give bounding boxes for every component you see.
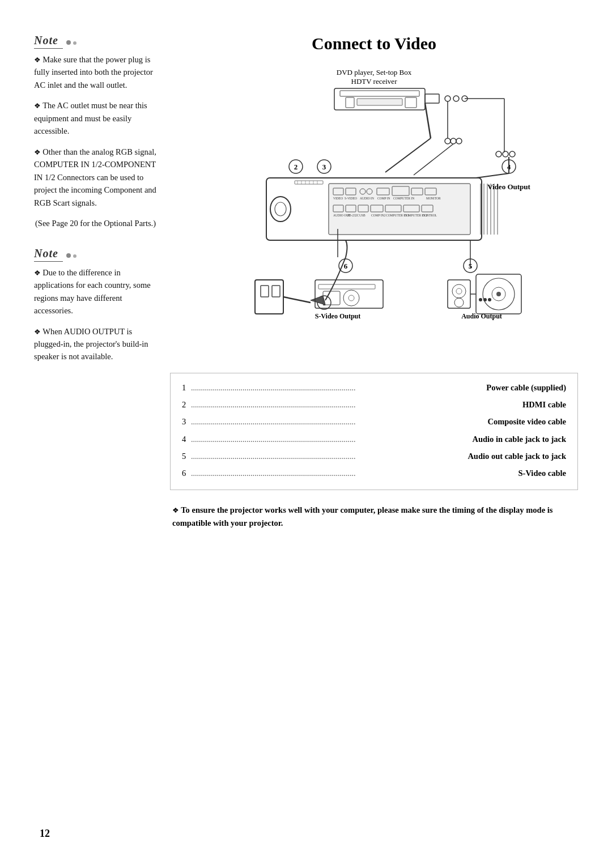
diagram-area: DVD player, Set-top Box HDTV receiver xyxy=(170,65,578,361)
cable-row-1: 1 ......................................… xyxy=(182,380,566,395)
cable-name-4: Audio in cable jack to jack xyxy=(470,432,566,446)
svg-point-75 xyxy=(445,138,450,144)
cable-dots-6: ........................................… xyxy=(191,466,516,480)
cable-num-5: 5 xyxy=(182,449,191,463)
note-box-1: Note Make sure that the power plug is fu… xyxy=(34,34,159,230)
cable-name-6: S-Video cable xyxy=(516,466,566,480)
cable-num-4: 4 xyxy=(182,432,191,446)
cable-num-2: 2 xyxy=(182,397,191,412)
svg-point-100 xyxy=(483,298,487,301)
svg-line-78 xyxy=(414,144,453,175)
svg-line-104 xyxy=(476,173,509,178)
cable-name-2: HDMI cable xyxy=(520,397,566,412)
svg-rect-3 xyxy=(357,99,402,105)
svg-rect-86 xyxy=(318,284,375,289)
svg-rect-2 xyxy=(346,97,354,108)
note-label-2: Note xyxy=(34,247,159,262)
svg-point-98 xyxy=(496,292,501,296)
bottom-note: To ensure the projector works well with … xyxy=(170,504,578,530)
cable-row-5: 5 ......................................… xyxy=(182,449,566,463)
cable-dots-2: ........................................… xyxy=(191,398,520,412)
svg-rect-48 xyxy=(478,181,482,237)
svg-point-89 xyxy=(348,295,354,301)
note-item-2: The AC outlet must be near this equipmen… xyxy=(34,99,159,137)
note-item-5: When AUDIO OUTPUT is plugged-in, the pro… xyxy=(34,325,159,363)
svg-rect-70 xyxy=(272,286,280,297)
svg-rect-69 xyxy=(261,286,269,297)
svg-rect-19 xyxy=(329,184,470,235)
cable-dots-1: ........................................… xyxy=(191,381,484,395)
svg-rect-5 xyxy=(425,94,439,103)
note-item-4: Due to the difference in applications fo… xyxy=(34,266,159,317)
svg-text:S-Video Output: S-Video Output xyxy=(315,312,361,320)
svg-text:AUDIO IN: AUDIO IN xyxy=(360,197,374,200)
cable-row-3: 3 ......................................… xyxy=(182,414,566,429)
svg-text:COMP IN: COMP IN xyxy=(377,197,390,200)
svg-point-81 xyxy=(496,151,502,157)
svg-text:3: 3 xyxy=(322,163,326,171)
svg-rect-4 xyxy=(405,97,416,108)
svg-point-6 xyxy=(445,96,450,101)
cable-num-6: 6 xyxy=(182,466,191,480)
cable-dots-3: ........................................… xyxy=(191,415,485,429)
cable-dots-4: ........................................… xyxy=(191,432,470,446)
svg-text:6: 6 xyxy=(344,262,348,270)
note-dot-1 xyxy=(66,40,71,45)
svg-text:VIDEO: VIDEO xyxy=(333,197,343,200)
svg-text:Audio Output: Audio Output xyxy=(461,312,502,320)
svg-text:COMPUTER IN: COMPUTER IN xyxy=(393,197,414,200)
cable-name-5: Audio out cable jack to jack xyxy=(465,449,566,463)
svg-rect-12 xyxy=(295,181,323,184)
cable-row-6: 6 ......................................… xyxy=(182,466,566,480)
note-title-1: Note xyxy=(34,34,63,49)
page: 12 Note Make sure that the power plug is… xyxy=(0,0,612,868)
connection-diagram: DVD player, Set-top Box HDTV receiver xyxy=(170,65,578,359)
svg-point-83 xyxy=(509,151,515,157)
note-see-page: (See Page 20 for the Optional Parts.) xyxy=(34,217,159,229)
svg-point-88 xyxy=(343,290,359,306)
svg-text:S-VIDEO: S-VIDEO xyxy=(345,197,357,200)
cable-num-3: 3 xyxy=(182,414,191,429)
note-box-2: Note Due to the difference in applicatio… xyxy=(34,247,159,363)
svg-point-11 xyxy=(275,202,286,216)
svg-text:Video Output: Video Output xyxy=(487,182,530,191)
svg-text:MONITOR: MONITOR xyxy=(426,197,441,200)
svg-line-72 xyxy=(425,103,431,138)
note-label-1: Note xyxy=(34,34,159,49)
svg-rect-1 xyxy=(340,91,419,96)
note-dot-3 xyxy=(66,253,71,258)
cable-legend: 1 ......................................… xyxy=(170,373,578,490)
svg-point-99 xyxy=(479,298,482,301)
cable-row-4: 4 ......................................… xyxy=(182,432,566,446)
svg-point-92 xyxy=(452,284,466,298)
svg-text:2: 2 xyxy=(294,163,298,171)
left-sidebar: Note Make sure that the power plug is fu… xyxy=(34,34,170,539)
page-title: Connect to Video xyxy=(170,34,578,53)
right-main: Connect to Video DVD player, Set-top Box… xyxy=(170,34,578,539)
note-dot-2 xyxy=(73,41,76,45)
svg-point-82 xyxy=(503,151,508,157)
svg-point-101 xyxy=(488,298,491,301)
cable-dots-5: ........................................… xyxy=(191,449,465,463)
cable-row-2: 2 ......................................… xyxy=(182,397,566,412)
svg-point-77 xyxy=(456,138,462,144)
svg-text:CONTROL: CONTROL xyxy=(422,214,437,217)
note-title-2: Note xyxy=(34,247,63,262)
svg-line-71 xyxy=(283,297,311,303)
note-dot-4 xyxy=(73,254,76,258)
cable-name-1: Power cable (supplied) xyxy=(484,380,566,395)
svg-text:RS-232C: RS-232C xyxy=(347,214,359,217)
dvd-label: DVD player, Set-top Box xyxy=(337,68,412,76)
svg-text:COMP IN2: COMP IN2 xyxy=(371,214,386,217)
page-number: 12 xyxy=(40,828,50,840)
bottom-note-text: To ensure the projector works well with … xyxy=(172,505,552,527)
svg-point-76 xyxy=(450,138,456,144)
cable-num-1: 1 xyxy=(182,380,191,395)
hdtv-label: HDTV receiver xyxy=(351,77,398,86)
note-item-1: Make sure that the power plug is fully i… xyxy=(34,53,159,91)
svg-point-94 xyxy=(454,298,464,307)
svg-point-7 xyxy=(453,96,459,101)
svg-point-10 xyxy=(270,197,291,222)
svg-point-93 xyxy=(456,288,462,294)
note-item-3: Other than the analog RGB signal, COMPUT… xyxy=(34,146,159,209)
